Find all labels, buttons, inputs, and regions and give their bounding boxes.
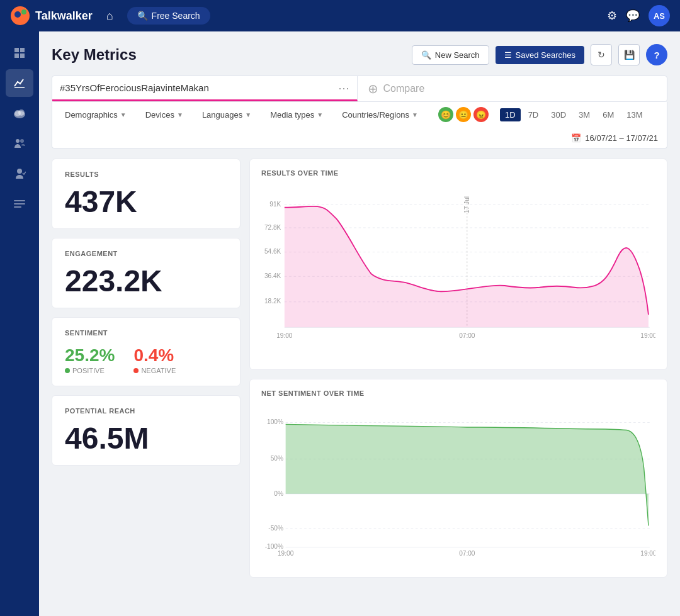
free-search-button[interactable]: 🔍 Free Search [127, 7, 210, 25]
messages-button[interactable]: 💬 [626, 9, 640, 23]
chevron-down-icon: ▼ [245, 111, 251, 118]
time-13m-button[interactable]: 13M [621, 108, 647, 121]
svg-point-12 [20, 139, 24, 143]
time-buttons: 1D 7D 30D 3M 6M 13M [500, 108, 648, 121]
svg-rect-6 [20, 53, 25, 58]
filter-bar: Demographics ▼ Devices ▼ Languages ▼ Med… [52, 102, 667, 148]
results-over-time-title: RESULTS OVER TIME [261, 169, 655, 177]
date-range[interactable]: 📅 16/07/21 – 17/07/21 [571, 133, 658, 143]
svg-rect-3 [14, 48, 19, 52]
sentiment-values: 25.2% POSITIVE 0.4% NEGATIVE [65, 345, 227, 374]
svg-rect-4 [20, 48, 25, 52]
compare-area[interactable]: ⊕ Compare [358, 76, 667, 101]
people-icon [13, 137, 26, 150]
sidebar-item-cloud[interactable] [6, 99, 33, 127]
main-content: Key Metrics 🔍 New Search ☰ Saved Searche… [39, 31, 680, 616]
right-column: RESULTS OVER TIME 91K 72.8K 54.6K 36.4K … [249, 159, 667, 578]
engagement-value: 223.2K [65, 266, 227, 296]
svg-text:36.4K: 36.4K [264, 272, 281, 279]
svg-text:19:00: 19:00 [640, 332, 655, 339]
svg-text:54.6K: 54.6K [264, 248, 281, 255]
results-chart-wrap: 91K 72.8K 54.6K 36.4K 18.2K [261, 183, 655, 359]
help-button[interactable]: ? [646, 44, 667, 65]
settings-button[interactable]: ⚙ [607, 9, 617, 23]
negative-label: NEGATIVE [141, 367, 176, 374]
new-search-button[interactable]: 🔍 New Search [412, 45, 489, 65]
left-column: RESULTS 437K ENGAGEMENT 223.2K SENTIMENT… [52, 159, 241, 578]
svg-text:18.2K: 18.2K [264, 298, 281, 305]
logo-text: Talkwalker [35, 9, 93, 23]
negative-dot [133, 368, 139, 373]
topnav: Talkwalker ⌂ 🔍 Free Search ⚙ 💬 AS [0, 0, 680, 31]
negative-pct: 0.4% [133, 345, 176, 366]
positive-sentiment: 25.2% POSITIVE [65, 345, 115, 374]
svg-text:100%: 100% [267, 418, 283, 425]
nav-right: ⚙ 💬 AS [607, 5, 670, 26]
talkwalker-logo-icon [10, 6, 30, 26]
user-avatar[interactable]: AS [649, 5, 670, 26]
svg-point-13 [17, 169, 22, 174]
search-options-button[interactable]: ⋯ [338, 81, 349, 95]
cards-area: RESULTS 437K ENGAGEMENT 223.2K SENTIMENT… [52, 159, 667, 578]
media-types-label: Media types [270, 110, 314, 120]
results-chart: 91K 72.8K 54.6K 36.4K 18.2K [261, 183, 655, 359]
sentiment-label: SENTIMENT [65, 329, 227, 337]
chevron-down-icon: ▼ [120, 111, 127, 118]
svg-point-1 [14, 11, 21, 18]
time-30d-button[interactable]: 30D [546, 108, 571, 121]
sidebar-item-dashboard[interactable] [6, 39, 33, 67]
chevron-down-icon: ▼ [317, 111, 323, 118]
sidebar [0, 31, 39, 616]
list-icon: ☰ [504, 50, 512, 60]
refresh-button[interactable]: ↻ [591, 44, 612, 65]
svg-text:50%: 50% [271, 455, 283, 462]
neutral-sentiment-filter[interactable]: 😐 [456, 107, 471, 122]
search-input-wrap: ⋯ [52, 76, 358, 101]
search-icon: 🔍 [421, 50, 431, 60]
free-search-label: Free Search [152, 11, 200, 21]
languages-filter[interactable]: Languages ▼ [198, 108, 255, 121]
negative-sentiment-filter[interactable]: 😠 [473, 107, 489, 122]
time-7d-button[interactable]: 7D [523, 108, 544, 121]
sidebar-item-analytics[interactable] [6, 69, 33, 97]
devices-filter[interactable]: Devices ▼ [142, 108, 187, 121]
potential-reach-value: 46.5M [65, 423, 227, 454]
engagement-label: ENGAGEMENT [65, 250, 227, 257]
negative-sentiment: 0.4% NEGATIVE [133, 345, 176, 374]
header-actions: 🔍 New Search ☰ Saved Searches ↻ 💾 ? [412, 44, 667, 65]
svg-text:07:00: 07:00 [459, 332, 475, 339]
search-icon: 🔍 [137, 11, 148, 21]
results-label: RESULTS [65, 171, 227, 178]
analytics-icon [13, 77, 26, 89]
svg-rect-16 [14, 206, 21, 208]
compare-label: Compare [383, 83, 425, 94]
page-header: Key Metrics 🔍 New Search ☰ Saved Searche… [52, 44, 667, 65]
feed-icon [13, 199, 26, 209]
time-3m-button[interactable]: 3M [574, 108, 595, 121]
sentiment-chart-wrap: 100% 50% 0% -50% -100% [261, 403, 655, 567]
svg-rect-15 [14, 203, 25, 204]
svg-point-11 [16, 139, 20, 143]
countries-filter[interactable]: Countries/Regions ▼ [338, 108, 422, 121]
chevron-down-icon: ▼ [412, 111, 418, 118]
time-6m-button[interactable]: 6M [598, 108, 619, 121]
positive-sentiment-filter[interactable]: 😊 [438, 107, 453, 122]
sidebar-item-feed[interactable] [6, 190, 33, 218]
home-button[interactable]: ⌂ [100, 6, 120, 26]
potential-reach-card: POTENTIAL REACH 46.5M [52, 395, 241, 466]
sidebar-item-influencers[interactable] [6, 160, 33, 188]
search-input[interactable] [60, 76, 338, 99]
compare-plus-icon: ⊕ [368, 81, 378, 96]
devices-label: Devices [145, 110, 174, 120]
time-1d-button[interactable]: 1D [500, 108, 521, 121]
engagement-card: ENGAGEMENT 223.2K [52, 238, 241, 308]
sidebar-item-people[interactable] [6, 130, 33, 157]
dashboard-icon [13, 47, 26, 59]
svg-text:0%: 0% [274, 490, 283, 497]
help-label: ? [654, 50, 659, 60]
save-button[interactable]: 💾 [618, 44, 640, 65]
demographics-filter[interactable]: Demographics ▼ [61, 108, 130, 121]
saved-searches-button[interactable]: ☰ Saved Searches [496, 46, 584, 64]
media-types-filter[interactable]: Media types ▼ [266, 108, 327, 121]
positive-pct: 25.2% [65, 345, 115, 366]
